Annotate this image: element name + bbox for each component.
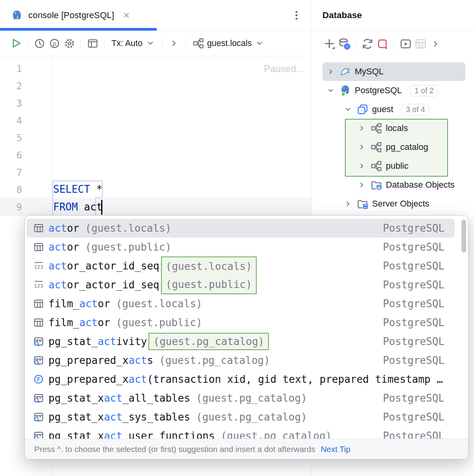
postgresql-status-icon (339, 85, 351, 96)
completion-item[interactable]: pg_prepared_xacts (guest.pg_catalog) Pos… (26, 351, 455, 370)
schema-icon (370, 123, 382, 134)
line-number: 6 (0, 147, 22, 164)
chevron-right-icon[interactable] (357, 162, 367, 170)
chevron-down-icon[interactable] (326, 86, 336, 95)
completion-item-name: film_actor (48, 317, 110, 328)
tree-item-guest[interactable]: guest 3 of 4 (322, 100, 465, 119)
line-number: 2 (0, 77, 22, 95)
chevron-right-icon[interactable] (357, 143, 367, 151)
tab-title: console [PostgreSQL] (28, 10, 114, 20)
completion-item-source: PostgreSQL (383, 279, 455, 291)
line-number: 4 (0, 112, 22, 129)
view-icon (33, 412, 44, 422)
tree-item-label: guest (372, 104, 393, 114)
completion-item-name: film_actor (48, 298, 110, 310)
in-editor-results-icon[interactable] (85, 36, 100, 51)
svg-text:123: 123 (34, 283, 43, 289)
kebab-menu-icon[interactable] (291, 9, 302, 21)
completion-item[interactable]: pg_stat_xact_user_functions (guest.pg_ca… (26, 426, 455, 439)
line-number: 7 (0, 164, 22, 181)
text-caret (101, 200, 102, 215)
chevron-right-icon[interactable] (326, 67, 336, 76)
tree-item-locals[interactable]: locals (322, 119, 465, 138)
editor-toolbar: p Tx: Auto (0, 31, 311, 56)
completion-item[interactable]: actor (guest.locals) PostgreSQL (26, 219, 455, 238)
tree-item-label: pg_catalog (386, 142, 428, 152)
completion-item[interactable]: pg_stat_activity (guest.pg_catalog) Post… (26, 332, 455, 351)
line-number: 5 (0, 129, 22, 147)
completion-item[interactable]: 123 actor_actor_id_seq (guest.public) Po… (26, 275, 455, 294)
completion-item[interactable]: actor (guest.public) PostgreSQL (26, 238, 455, 256)
schema-icon (370, 161, 382, 172)
completion-popup: actor (guest.locals) PostgreSQL actor (g… (24, 215, 468, 459)
svg-text:F: F (37, 376, 41, 382)
database-icon (357, 104, 368, 115)
tree-item-database-objects[interactable]: Database Objects (322, 175, 465, 194)
completion-item-name: pg_stat_xact_user_functions (48, 430, 215, 439)
panel-title: Database (322, 10, 362, 20)
status-paused: Paused... (264, 60, 304, 77)
table-icon (33, 299, 44, 309)
completion-item-qualifier: (guest.locals) (85, 222, 171, 234)
tree-item-public[interactable]: public (322, 157, 465, 175)
tree-item-server-objects[interactable]: Server Objects (322, 194, 465, 213)
next-tip-link[interactable]: Next Tip (321, 445, 350, 454)
settings-gear-icon[interactable] (62, 36, 77, 51)
chevron-down-icon[interactable] (343, 105, 353, 114)
toolbar-separator (104, 37, 104, 50)
editor-tab-bar: console [PostgreSQL] (0, 0, 311, 31)
completion-item-qualifier: (guest.pg_catalog) (148, 333, 269, 350)
datasource-properties-button[interactable] (337, 36, 352, 51)
completion-item[interactable]: film_actor (guest.public) PostgreSQL (26, 313, 455, 332)
completion-item[interactable]: 123 actor_actor_id_seq (guest.locals) Po… (26, 256, 455, 275)
refresh-button[interactable] (360, 36, 375, 51)
chevron-right-icon[interactable] (357, 124, 367, 133)
line-numbers: 123456789 (0, 60, 22, 216)
database-toolbar (311, 31, 474, 57)
schema-select-label: guest.locals (207, 39, 252, 48)
more-toolbar-chevron-icon[interactable] (428, 36, 443, 51)
tx-mode-label: Tx: Auto (111, 39, 143, 48)
completion-item[interactable]: F pg_prepared_xact(transaction xid, gid … (26, 370, 455, 389)
tree-item-label: Database Objects (386, 180, 455, 190)
completion-item-qualifier: (guest.pg_catalog) (196, 411, 307, 423)
completion-item[interactable]: pg_stat_xact_sys_tables (guest.pg_catalo… (26, 408, 455, 426)
completion-item-name: pg_stat_xact_sys_tables (48, 411, 190, 423)
line-number: 8 (0, 181, 22, 199)
chevron-right-icon[interactable] (357, 181, 367, 189)
table-icon (33, 223, 44, 233)
tree-item-label: locals (386, 123, 408, 133)
tree-item-pg-catalog[interactable]: pg_catalog (322, 138, 465, 157)
mysql-icon (339, 66, 351, 77)
run-button[interactable] (9, 36, 24, 51)
completion-item-name: actor (48, 241, 79, 253)
toolbar-separator (394, 37, 394, 50)
tx-mode-select[interactable]: Tx: Auto (108, 36, 158, 51)
tree-item-label: PostgreSQL (355, 85, 402, 96)
popup-scrollbar-thumb[interactable] (461, 220, 466, 253)
table-view-button-disabled[interactable] (413, 36, 428, 51)
completion-item-source: PostgreSQL (383, 354, 455, 366)
svg-text:123: 123 (34, 264, 43, 270)
completion-item-qualifier: (guest.public) (161, 275, 257, 294)
jump-to-console-button[interactable] (398, 36, 413, 51)
schema-select[interactable]: guest.locals (190, 36, 268, 51)
completion-item[interactable]: pg_stat_xact_all_tables (guest.pg_catalo… (26, 389, 455, 408)
completion-item-source: PostgreSQL (383, 317, 455, 328)
tree-item-mysql[interactable]: MySQL (322, 62, 465, 81)
toolbar-separator (28, 37, 28, 50)
expand-toolbar-chevron-icon[interactable] (167, 36, 181, 51)
disconnect-button[interactable] (375, 36, 390, 51)
chevron-right-icon[interactable] (343, 199, 353, 208)
tab-console-postgresql[interactable]: console [PostgreSQL] (0, 0, 140, 30)
completion-list: actor (guest.locals) PostgreSQL actor (g… (25, 216, 468, 439)
code-line-8: SELECT * (53, 181, 102, 198)
tree-item-postgresql[interactable]: PostgreSQL 1 of 2 (322, 81, 465, 100)
view-icon (33, 431, 44, 439)
close-icon[interactable] (122, 11, 131, 20)
history-icon[interactable] (32, 36, 47, 51)
completion-item-source: PostgreSQL (383, 298, 455, 310)
profiler-icon[interactable]: p (47, 36, 62, 51)
completion-item[interactable]: film_actor (guest.locals) PostgreSQL (26, 294, 455, 313)
new-datasource-button[interactable] (322, 36, 337, 51)
